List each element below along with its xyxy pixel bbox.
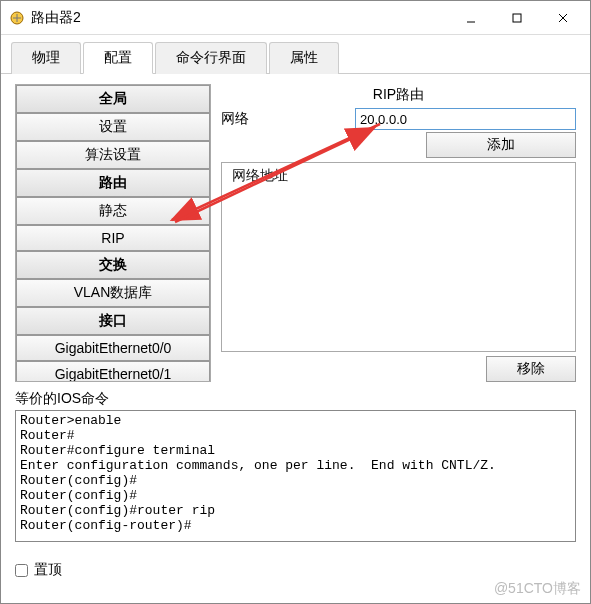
router-icon bbox=[9, 10, 25, 26]
listbox-header: 网络地址 bbox=[232, 167, 565, 185]
svg-rect-2 bbox=[513, 14, 521, 22]
tab-bar: 物理 配置 命令行界面 属性 bbox=[1, 35, 590, 74]
ios-label: 等价的IOS命令 bbox=[15, 390, 576, 408]
project-checkbox[interactable] bbox=[15, 564, 28, 577]
minimize-button[interactable] bbox=[448, 3, 494, 33]
add-button[interactable]: 添加 bbox=[426, 132, 576, 158]
project-label: 置顶 bbox=[34, 561, 62, 579]
sidebar-item-rip[interactable]: RIP bbox=[16, 225, 210, 251]
sidebar-item-vlandb[interactable]: VLAN数据库 bbox=[16, 279, 210, 307]
sidebar-item-static[interactable]: 静态 bbox=[16, 197, 210, 225]
network-input[interactable] bbox=[355, 108, 576, 130]
maximize-button[interactable] bbox=[494, 3, 540, 33]
sidebar: 全局 设置 算法设置 路由 静态 RIP 交换 VLAN数据库 接口 Gigab… bbox=[15, 84, 211, 382]
titlebar: 路由器2 bbox=[1, 1, 590, 35]
sidebar-header-interface: 接口 bbox=[16, 307, 210, 335]
network-label: 网络 bbox=[221, 110, 351, 128]
sidebar-header-global: 全局 bbox=[16, 85, 210, 113]
rip-panel: RIP路由 网络 添加 网络地址 移除 bbox=[221, 84, 576, 382]
ios-console[interactable] bbox=[15, 410, 576, 542]
sidebar-header-routing: 路由 bbox=[16, 169, 210, 197]
sidebar-item-gig00[interactable]: GigabitEthernet0/0 bbox=[16, 335, 210, 361]
sidebar-item-gig01[interactable]: GigabitEthernet0/1 bbox=[16, 361, 210, 381]
rip-title: RIP路由 bbox=[221, 86, 576, 104]
tab-physical[interactable]: 物理 bbox=[11, 42, 81, 74]
sidebar-item-algorithm[interactable]: 算法设置 bbox=[16, 141, 210, 169]
network-listbox[interactable]: 网络地址 bbox=[221, 162, 576, 352]
remove-button[interactable]: 移除 bbox=[486, 356, 576, 382]
sidebar-header-switching: 交换 bbox=[16, 251, 210, 279]
tab-attributes[interactable]: 属性 bbox=[269, 42, 339, 74]
tab-cli[interactable]: 命令行界面 bbox=[155, 42, 267, 74]
close-button[interactable] bbox=[540, 3, 586, 33]
window-title: 路由器2 bbox=[31, 9, 448, 27]
sidebar-item-settings[interactable]: 设置 bbox=[16, 113, 210, 141]
tab-config[interactable]: 配置 bbox=[83, 42, 153, 74]
